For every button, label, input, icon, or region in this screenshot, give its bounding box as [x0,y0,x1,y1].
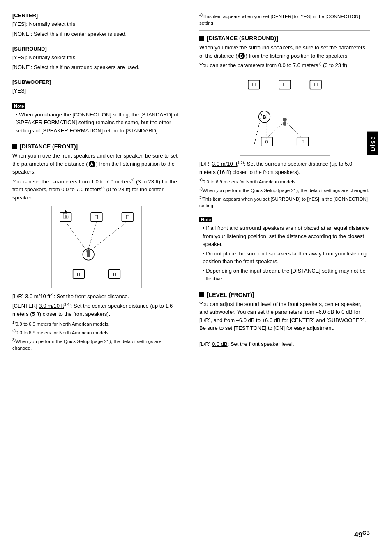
footnote-1: 1)0.9 to 6.9 meters for North American m… [12,320,180,327]
level-front-title: [LEVEL (FRONT)] [207,292,254,298]
svg-text:⊓: ⊓ [251,81,256,88]
distance-front-header: [DISTANCE (FRONT)] [12,143,180,150]
diagram-surround: ⊓ ⊓ ⊓ B [240,74,330,156]
svg-line-14 [91,221,127,250]
footnote-top-right: 4)This item appears when you set [CENTER… [199,12,370,26]
center-section: [CENTER] [YES]: Normally select this. [N… [12,12,180,38]
note-content-left: When you change the [CONNECTION] setting… [12,111,180,135]
svg-text:⊓: ⊓ [125,213,129,220]
svg-text:♪: ♪ [64,212,67,220]
center-title: [CENTER] [12,12,180,19]
surround-footnote-1: 1)0.0 to 6.9 meters for North American m… [199,178,370,185]
distance-surround-para-2: You can set the parameters from 0.0 to 7… [199,61,370,70]
note-right-3: Depending on the input stream, the [DIST… [203,267,370,283]
note-section-right: Note If all front and surround speakers … [199,216,370,283]
square-icon-front [12,144,17,149]
svg-point-10 [86,249,90,253]
note-label-right: Note [199,217,212,222]
svg-text:⊓: ⊓ [113,272,116,276]
note-right-1: If all front and surround speakers are n… [203,224,370,248]
center-line-1: [YES]: Normally select this. [12,20,180,28]
svg-text:B: B [263,114,266,120]
svg-line-32 [287,124,302,138]
lr-level-label: [L/R] 0.0 dB: Set the front speaker leve… [199,340,370,348]
square-icon-level [199,292,204,297]
divider-2 [199,30,370,31]
surround-title: [SURROUND] [12,46,180,52]
center-line-2: [NONE]: Select this if no center speaker… [12,30,180,38]
distance-surround-header: [DISTANCE (SURROUND)] [199,35,370,42]
surround-footnote-3: 3)This item appears when you set [SURROU… [199,195,370,209]
svg-line-31 [267,124,282,138]
lr-surround-label: [L/R] 3.0 m/10 ft2)3): Set the surround … [199,160,370,176]
distance-front-para-1: When you move the front speakers and cen… [12,152,180,176]
subwoofer-section: [SUBWOOFER] [YES] [12,79,180,95]
diagram-front: ♪ ▲ ⊓ ⊓ A [51,206,142,288]
svg-text:⊓: ⊓ [313,81,318,88]
footnotes-surround: 1)0.0 to 6.9 meters for North American m… [199,178,370,209]
svg-rect-28 [283,122,286,126]
surround-line-1: [YES]: Normally select this. [12,53,180,62]
svg-point-27 [283,118,287,122]
from-text: from [249,53,259,59]
svg-text:⊓: ⊓ [94,213,99,220]
lr-distance-label: [L/R] 3.0 m/10 ft3): Set the front speak… [12,292,180,301]
note-content-right: If all front and surround speakers are n… [199,224,370,283]
level-front-paragraph: You can adjust the sound level of the fr… [199,300,370,332]
surround-section: [SURROUND] [YES]: Normally select this. … [12,46,180,71]
level-front-section: [LEVEL (FRONT)] You can adjust the sound… [199,292,370,348]
left-column: [CENTER] [YES]: Normally select this. [N… [0,8,189,548]
svg-text:⊓: ⊓ [282,81,287,88]
side-tab: Disc [367,132,378,155]
subwoofer-line-1: [YES] [12,87,180,95]
distance-surround-section: [DISTANCE (SURROUND)] When you move the … [199,35,370,70]
distance-front-title: [DISTANCE (FRONT)] [20,143,78,150]
subwoofer-title: [SUBWOOFER] [12,79,180,85]
svg-text:⊓: ⊓ [77,272,80,276]
note-item-1: When you change the [CONNECTION] setting… [16,111,180,135]
surround-footnote-2: 2)When you perform the Quick Setup (page… [199,186,370,194]
divider-3 [199,287,370,287]
surround-line-2: [NONE]: Select this if no surround speak… [12,63,180,72]
svg-line-12 [65,221,86,250]
distance-front-section: [DISTANCE (FRONT)] When you move the fro… [12,143,180,202]
distance-surround-para-1: When you move the surround speakers, be … [199,44,370,60]
svg-text:⊓: ⊓ [265,139,268,144]
note-section-left: Note When you change the [CONNECTION] se… [12,103,180,135]
note-right-2: Do not place the surround speakers farth… [203,250,370,266]
svg-text:▲: ▲ [63,208,67,213]
footnote-2: 2)0.0 to 6.9 meters for North American m… [12,329,180,336]
label-a: A [89,161,95,167]
svg-text:⊓: ⊓ [301,139,304,144]
footnotes-front: 1)0.9 to 6.9 meters for North American m… [12,320,180,351]
page-number: 49GB [354,530,370,540]
svg-rect-11 [87,253,90,257]
svg-line-13 [88,221,97,248]
label-b: B [238,53,245,59]
note-label-left: Note [12,103,25,109]
center-distance-label: [CENTER] 3.0 m/10 ft3)4): Set the center… [12,302,180,318]
footnote-3: 3)When you perform the Quick Setup (page… [12,337,180,351]
level-front-header: [LEVEL (FRONT)] [199,292,370,298]
right-column: 4)This item appears when you set [CENTER… [189,8,378,548]
square-icon-surround [199,36,204,41]
distance-front-para-2: You can set the parameters from 1.0 to 7… [12,178,180,202]
distance-surround-title: [DISTANCE (SURROUND)] [207,35,278,42]
divider-1 [12,139,180,139]
